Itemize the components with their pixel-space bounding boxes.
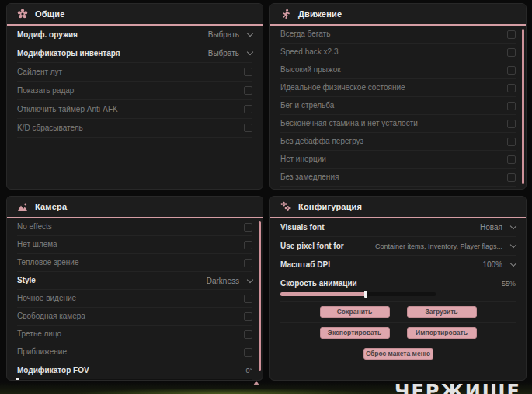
setting-label: Use pixel font for — [280, 242, 344, 250]
resize-handle-icon[interactable] — [253, 381, 259, 385]
setting-row-dpi-scale: Масштаб DPI 100% — [280, 256, 516, 274]
reset-menu-layout-button[interactable]: Сброс макета меню — [363, 348, 433, 360]
checkbox[interactable] — [244, 348, 252, 357]
import-button[interactable]: Импортировать — [407, 327, 477, 339]
checkbox[interactable] — [507, 30, 516, 39]
toggle-row-thermal-vision[interactable]: Тепловое зрение — [17, 254, 252, 272]
toggle-label: Отключить таймер Anti-AFK — [17, 106, 118, 113]
checkbox[interactable] — [507, 138, 516, 146]
panel-general: Общие Модиф. оружия Выбрать Модификаторы… — [6, 3, 263, 190]
toggle-label: Нет инерции — [280, 155, 326, 163]
fov-modifier-block: Модификатор FOV 0° — [17, 361, 252, 381]
config-bottom-spacer — [280, 364, 516, 381]
checkbox[interactable] — [244, 223, 252, 232]
panel-camera: Камера No effects Нет шлема Тепловое зре… — [6, 196, 263, 381]
save-button[interactable]: Сохранить — [320, 306, 390, 318]
load-button[interactable]: Загрузить — [407, 306, 477, 318]
movement-scrollbar[interactable] — [522, 29, 524, 184]
panel-general-header: Общие — [7, 4, 263, 26]
toggle-row-always-run[interactable]: Всегда бегать — [280, 26, 516, 44]
toggle-label: Бег и стрельба — [280, 102, 334, 110]
weapon-mod-dropdown[interactable]: Выбрать — [208, 30, 252, 39]
animation-speed-block: Скорость анимации 55% — [280, 274, 516, 302]
flower-gear-icon — [17, 9, 28, 19]
animation-speed-handle[interactable] — [364, 291, 367, 298]
toggle-row-silent-loot[interactable]: Сайлент лут — [17, 63, 252, 82]
toggle-row-show-radar[interactable]: Показать радар — [17, 82, 252, 100]
dpi-scale-dropdown[interactable]: 100% — [482, 260, 516, 269]
checkbox[interactable] — [244, 330, 252, 339]
checkbox[interactable] — [244, 68, 252, 76]
animation-speed-label: Скорость анимации — [280, 280, 357, 288]
toggle-label: Тепловое зрение — [17, 259, 79, 267]
toggle-row-high-jump[interactable]: Высокий прыжок — [280, 61, 516, 79]
toggle-row-night-vision[interactable]: Ночное видение — [17, 290, 252, 308]
checkbox[interactable] — [507, 84, 516, 92]
toggle-row-perfect-condition[interactable]: Идеальное физическое состояние — [280, 79, 516, 97]
toggle-label: Без дебаффа перегруз — [280, 138, 363, 145]
panel-general-title: Общие — [35, 9, 65, 19]
toggle-row-no-helmet[interactable]: Нет шлема — [17, 236, 252, 254]
checkbox[interactable] — [507, 48, 516, 57]
panel-movement: Движение Всегда бегать Speed hack x2.3 В… — [269, 3, 527, 190]
panel-camera-header: Камера — [7, 197, 263, 218]
inventory-mods-dropdown[interactable]: Выбрать — [208, 49, 252, 58]
checkbox[interactable] — [507, 66, 516, 75]
toggle-label: Бесконечная стамина и нет усталости — [280, 120, 418, 127]
checkbox[interactable] — [244, 105, 252, 113]
toggle-row-no-slowdown[interactable]: Без замедления — [280, 169, 516, 187]
setting-row-pixel-font: Use pixel font for Container items, Inve… — [280, 237, 516, 256]
fov-slider-handle[interactable] — [16, 378, 19, 381]
setting-row-style: Style Darkness — [17, 272, 252, 290]
toggle-row-free-camera[interactable]: Свободная камера — [17, 308, 252, 326]
checkbox[interactable] — [244, 295, 252, 303]
checkbox[interactable] — [244, 312, 252, 321]
checkbox[interactable] — [507, 120, 516, 128]
pixel-font-dropdown[interactable]: Container items, Inventory, Player flags… — [375, 242, 516, 250]
toggle-row-infinite-stamina[interactable]: Бесконечная стамина и нет усталости — [280, 115, 516, 133]
chevron-down-icon — [510, 242, 516, 248]
checkbox[interactable] — [507, 155, 516, 164]
style-dropdown[interactable]: Darkness — [207, 277, 252, 285]
visuals-font-dropdown[interactable]: Новая — [480, 223, 516, 232]
toggle-label: Нет шлема — [17, 241, 57, 249]
toggle-row-speed-hack[interactable]: Speed hack x2.3 — [280, 44, 516, 61]
toggle-row-third-person[interactable]: Третье лицо — [17, 326, 252, 343]
toggle-label: Сайлент лут — [17, 68, 62, 76]
animation-speed-slider[interactable] — [280, 292, 436, 296]
checkbox[interactable] — [244, 241, 252, 249]
toggle-row-no-effects[interactable]: No effects — [17, 218, 252, 236]
checkbox[interactable] — [244, 124, 252, 132]
checkbox[interactable] — [507, 102, 516, 110]
chevron-down-icon — [247, 276, 253, 282]
setting-label: Style — [17, 277, 36, 284]
chevron-down-icon — [510, 223, 516, 229]
panel-camera-title: Камера — [35, 202, 67, 211]
export-button[interactable]: Экспортировать — [320, 327, 390, 339]
fov-value: 0° — [245, 367, 252, 375]
toggle-label: Speed hack x2.3 — [280, 48, 339, 56]
checkbox[interactable] — [244, 86, 252, 95]
camera-scrollbar[interactable] — [259, 221, 261, 371]
panel-movement-title: Движение — [298, 9, 342, 19]
panel-movement-header: Движение — [270, 4, 526, 26]
toggle-label: Всегда бегать — [280, 30, 330, 38]
runner-icon — [280, 9, 291, 19]
toggle-row-zoom[interactable]: Приближение — [17, 343, 252, 361]
toggle-label: Показать радар — [17, 87, 74, 95]
toggle-row-run-and-shoot[interactable]: Бег и стрельба — [280, 97, 516, 115]
toggle-label: Без замедления — [280, 173, 339, 181]
chevron-down-icon — [247, 49, 253, 55]
checkbox[interactable] — [507, 173, 516, 182]
toggle-label: K/D сбрасыватель — [17, 124, 83, 132]
toggle-row-anti-afk[interactable]: Отключить таймер Anti-AFK — [17, 100, 252, 119]
toggle-row-kd-reset[interactable]: K/D сбрасыватель — [17, 119, 252, 138]
toggle-row-no-inertia[interactable]: Нет инерции — [280, 151, 516, 169]
dropdown-value: Container items, Inventory, Player flags… — [375, 242, 502, 250]
checkbox[interactable] — [244, 259, 252, 267]
fov-slider[interactable] — [17, 379, 252, 381]
dropdown-value: 100% — [482, 260, 502, 269]
toggle-label: Идеальное физическое состояние — [280, 84, 405, 92]
toggle-row-no-overload-debuff[interactable]: Без дебаффа перегруз — [280, 133, 516, 151]
button-row-2: Экспортировать Импортировать — [280, 323, 516, 343]
